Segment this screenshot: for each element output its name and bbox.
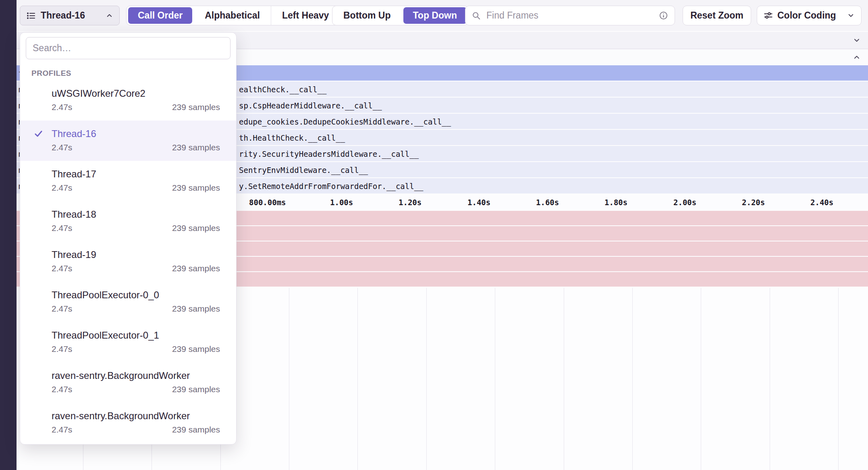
check-placeholder (32, 207, 44, 210)
chevron-down-icon (847, 12, 855, 19)
profile-list: uWSGIWorker7Core22.47s239 samplesThread-… (20, 80, 236, 443)
check-placeholder (32, 409, 44, 411)
profile-samples: 239 samples (172, 302, 220, 315)
gridline (426, 288, 427, 470)
check-placeholder (32, 328, 44, 331)
direction-segmented-control: Bottom UpTop Down (332, 6, 469, 25)
profile-duration: 2.47s (52, 343, 72, 356)
gridline (701, 288, 701, 470)
color-coding-label: Color Coding (777, 10, 843, 21)
gridline (770, 288, 770, 470)
frame-text: sp.CspHeaderMiddleware.__call__ (239, 101, 382, 110)
profile-name: raven-sentry.BackgroundWorker (52, 368, 220, 383)
profile-name: uWSGIWorker7Core2 (52, 86, 220, 101)
check-placeholder (32, 167, 44, 169)
toolbar: Thread-16 Call OrderAlphabeticalLeft Hea… (0, 0, 868, 31)
profile-samples: 239 samples (172, 262, 220, 275)
chevron-up-icon[interactable] (853, 53, 861, 61)
gridline (564, 288, 564, 470)
profile-option[interactable]: Thread-162.47s239 samples (20, 121, 236, 161)
profile-option[interactable]: Thread-172.47s239 samples (20, 161, 236, 201)
profile-samples: 239 samples (172, 222, 220, 235)
profile-option[interactable]: Thread-192.47s239 samples (20, 241, 236, 282)
profile-samples: 239 samples (172, 423, 220, 436)
profile-duration: 2.47s (52, 383, 72, 396)
list-icon (26, 11, 36, 21)
profile-name: ThreadPoolExecutor-0_0 (52, 288, 220, 302)
gridline (357, 288, 358, 470)
profile-name: Thread-19 (52, 247, 220, 262)
profile-name: raven-sentry.BackgroundWorker (52, 409, 220, 423)
thread-selector-label: Thread-16 (41, 10, 101, 21)
sidebar-edge (0, 0, 17, 470)
profile-option[interactable]: ThreadPoolExecutor-0_02.47s239 samples (20, 282, 236, 322)
chevron-down-icon[interactable] (853, 36, 861, 44)
profile-duration: 2.47s (52, 423, 72, 436)
chevron-up-icon (106, 12, 113, 19)
time-tick: 2.20s (742, 198, 765, 207)
profile-option[interactable]: raven-sentry.BackgroundWorker2.47s239 sa… (20, 403, 236, 443)
profile-duration: 2.47s (52, 302, 72, 315)
profile-name: Thread-17 (52, 167, 220, 181)
thread-dropdown: PROFILES uWSGIWorker7Core22.47s239 sampl… (20, 32, 237, 445)
segment-alphabetical[interactable]: Alphabetical (194, 6, 271, 25)
gridline (838, 288, 839, 470)
profile-duration: 2.47s (52, 262, 72, 275)
segment-call-order[interactable]: Call Order (128, 7, 192, 24)
profile-option[interactable]: raven-sentry.BackgroundWorker2.47s239 sa… (20, 362, 236, 403)
time-tick: 1.40s (467, 198, 490, 207)
profile-name: ThreadPoolExecutor-0_1 (52, 328, 220, 343)
check-icon (32, 127, 44, 138)
time-tick: 1.00s (330, 198, 353, 207)
profile-samples: 239 samples (172, 141, 220, 154)
frame-text: y.SetRemoteAddrFromForwardedFor.__call__ (239, 182, 424, 191)
profile-option[interactable]: Thread-182.47s239 samples (20, 201, 236, 241)
segment-left-heavy[interactable]: Left Heavy (271, 6, 340, 25)
profile-duration: 2.47s (52, 101, 72, 114)
sort-segmented-control: Call OrderAlphabeticalLeft Heavy (126, 6, 340, 25)
time-tick: 1.20s (399, 198, 422, 207)
frame-text: edupe_cookies.DedupeCookiesMiddleware.__… (239, 117, 451, 126)
dropdown-search-input[interactable] (26, 37, 230, 59)
profile-option[interactable]: ThreadPoolExecutor-0_12.47s239 samples (20, 322, 236, 362)
gridline (495, 288, 495, 470)
profile-samples: 239 samples (172, 101, 220, 114)
find-frames-input[interactable] (486, 10, 654, 21)
check-placeholder (32, 247, 44, 250)
profile-duration: 2.47s (52, 141, 72, 154)
color-coding-button[interactable]: Color Coding (757, 6, 862, 25)
sliders-icon (764, 11, 773, 20)
time-tick: 1.80s (604, 198, 627, 207)
check-placeholder (32, 368, 44, 371)
profile-name: Thread-16 (52, 127, 220, 141)
frame-text: SentryEnvMiddleware.__call__ (239, 166, 368, 175)
segment-top-down[interactable]: Top Down (403, 7, 467, 24)
thread-selector-button[interactable]: Thread-16 (20, 6, 120, 25)
profile-samples: 239 samples (172, 181, 220, 194)
info-icon[interactable] (659, 11, 668, 20)
gridline (632, 288, 633, 470)
profile-option[interactable]: uWSGIWorker7Core22.47s239 samples (20, 80, 236, 121)
segment-bottom-up[interactable]: Bottom Up (332, 6, 402, 25)
profiles-section-label: PROFILES (31, 69, 236, 78)
frame-text: ealthCheck.__call__ (239, 85, 326, 94)
profile-duration: 2.47s (52, 222, 72, 235)
profile-duration: 2.47s (52, 181, 72, 194)
profile-samples: 239 samples (172, 383, 220, 396)
check-placeholder (32, 86, 44, 89)
check-placeholder (32, 288, 44, 290)
frame-text: th.HealthCheck.__call__ (239, 133, 345, 142)
time-tick: 2.00s (673, 198, 696, 207)
frame-text: rity.SecurityHeadersMiddleware.__call__ (239, 150, 419, 158)
gridline (289, 288, 289, 470)
profile-name: Thread-18 (52, 207, 220, 222)
find-frames-search[interactable] (465, 6, 675, 25)
time-tick: 800.00ms (249, 198, 286, 207)
time-tick: 1.60s (536, 198, 559, 207)
reset-zoom-button[interactable]: Reset Zoom (683, 6, 751, 25)
time-tick: 2.40s (810, 198, 833, 207)
search-icon (472, 11, 481, 20)
profile-samples: 239 samples (172, 343, 220, 356)
